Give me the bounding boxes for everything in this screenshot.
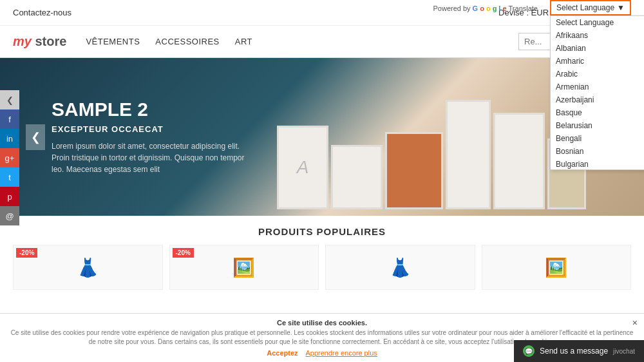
discount-badge-0: -20% (16, 248, 37, 258)
translate-word: Translate (509, 5, 538, 12)
hero-frame-3 (385, 132, 443, 209)
language-option-sq[interactable]: Albanian (551, 42, 644, 55)
product-card-1[interactable]: -20%🖼️ (169, 245, 319, 290)
hero-frame-5 (493, 113, 545, 209)
hero-slider: SAMPLE 2 EXCEPTEUR OCCAECAT Lorem ipsum … (0, 58, 644, 216)
language-select-label: Select Language (556, 3, 614, 12)
cookie-learn-more-link[interactable]: Apprendre encore plus (306, 349, 377, 357)
language-dropdown-container: Select Language ▼ Select LanguageAfrikaa… (550, 0, 631, 15)
sidebar-collapse-button[interactable]: ❮ (0, 90, 19, 110)
language-option-ar[interactable]: Arabic (551, 68, 644, 81)
pinterest-button[interactable]: p (0, 187, 19, 206)
hero-text: Lorem ipsum dolor sit amet, consectetur … (52, 140, 251, 175)
social-sidebar: ❮ f in g+ t p @ (0, 90, 19, 225)
powered-by-text: Powered by (433, 5, 471, 12)
language-option-bn[interactable]: Bengali (551, 132, 644, 145)
nav-links: VÊTEMENTSACCESSOIRESART (86, 37, 252, 46)
language-select-button[interactable]: Select Language ▼ (550, 0, 631, 15)
nav-link-accessoires[interactable]: ACCESSOIRES (155, 37, 219, 46)
jivochat-label: Send us a message (540, 347, 608, 356)
product-card-2[interactable]: 👗 (325, 245, 475, 290)
contact-link[interactable]: Contactez-nous (13, 8, 71, 17)
products-grid: -20%👗-20%🖼️👗🖼️ (13, 245, 631, 290)
google-plus-button[interactable]: g+ (0, 148, 19, 167)
top-bar: Contactez-nous Devise : EUR € 🛒 Panier (… (0, 0, 644, 26)
hero-frame-2 (331, 145, 383, 209)
jivochat-brand: jivochat (613, 348, 635, 355)
jivochat-bar[interactable]: 💬 Send us a message jivochat (514, 340, 644, 362)
language-option-hy[interactable]: Armenian (551, 81, 644, 93)
logo: my store (13, 34, 66, 49)
products-section: PRODUITS POPULAIRES -20%👗-20%🖼️👗🖼️ (0, 216, 644, 296)
logo-store: store (32, 34, 66, 48)
product-card-3[interactable]: 🖼️ (482, 245, 632, 290)
facebook-button[interactable]: f (0, 110, 19, 129)
cookie-title: Ce site utilise des cookies. (10, 319, 634, 327)
hero-inner: SAMPLE 2 EXCEPTEUR OCCAECAT Lorem ipsum … (0, 58, 644, 216)
logo-my: my (13, 34, 32, 48)
hero-title: SAMPLE 2 (52, 99, 251, 120)
product-card-0[interactable]: -20%👗 (13, 245, 163, 290)
dropdown-arrow-icon: ▼ (617, 3, 625, 12)
language-option-bg[interactable]: Bulgarian (551, 158, 644, 170)
language-option-af[interactable]: Afrikaans (551, 29, 644, 42)
language-option-az[interactable]: Azerbaijani (551, 93, 644, 106)
email-button[interactable]: @ (0, 206, 19, 225)
language-option-am[interactable]: Amharic (551, 55, 644, 68)
nav-link-vêtements[interactable]: VÊTEMENTS (86, 37, 140, 46)
twitter-button[interactable]: t (0, 167, 19, 187)
products-title: PRODUITS POPULAIRES (13, 226, 631, 237)
language-dropdown-list: Select LanguageAfrikaansAlbanianAmharicA… (550, 15, 644, 170)
hero-prev-button[interactable]: ❮ (26, 124, 45, 150)
hero-frame-4 (446, 100, 491, 209)
language-option-eu[interactable]: Basque (551, 106, 644, 119)
cookie-close-button[interactable]: × (632, 318, 638, 328)
nav-link-art[interactable]: ART (235, 37, 252, 46)
cookie-accept-button[interactable]: Acceptez (267, 349, 298, 357)
language-option-select[interactable]: Select Language (551, 16, 644, 29)
hero-frame-1: A (277, 126, 328, 209)
discount-badge-1: -20% (173, 248, 194, 258)
linkedin-button[interactable]: in (0, 129, 19, 148)
translate-powered: Powered by Google Translate (433, 5, 538, 12)
nav-bar: my store VÊTEMENTSACCESSOIRESART 🔍 (0, 26, 644, 58)
jivochat-icon: 💬 (523, 345, 535, 357)
language-option-bs[interactable]: Bosnian (551, 145, 644, 158)
language-option-be[interactable]: Belarusian (551, 119, 644, 132)
hero-subtitle: EXCEPTEUR OCCAECAT (52, 124, 251, 134)
